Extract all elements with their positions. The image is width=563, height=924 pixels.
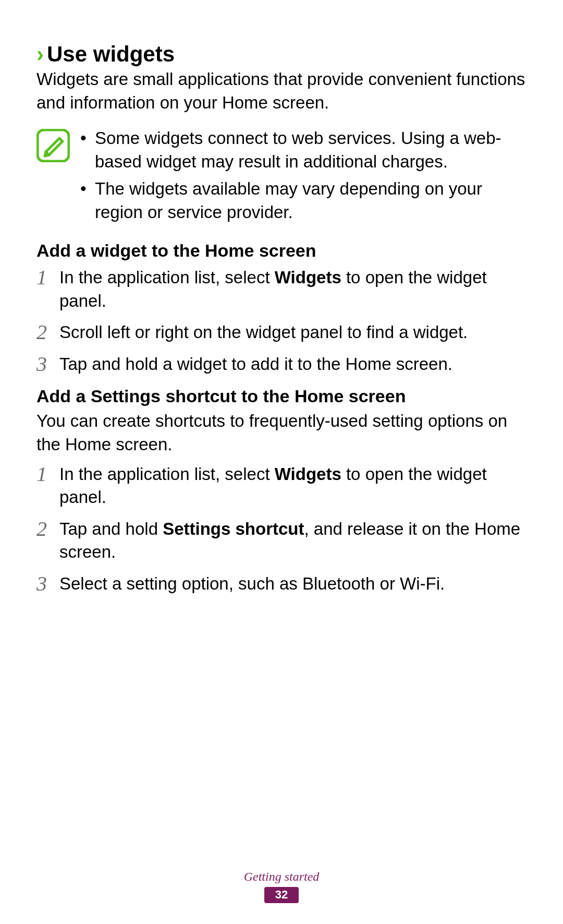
step-text: Tap and hold Settings shortcut, and rele… <box>59 518 527 564</box>
step-row: 2 Scroll left or right on the widget pan… <box>36 321 527 344</box>
step-pre: Tap and hold a widget to add it to the H… <box>59 354 452 374</box>
manual-page: ›Use widgets Widgets are small applicati… <box>0 0 563 924</box>
step-pre: Scroll left or right on the widget panel… <box>59 322 468 342</box>
step-bold: Settings shortcut <box>163 519 304 538</box>
step-pre: Select a setting option, such as Bluetoo… <box>59 574 445 593</box>
step-row: 1 In the application list, select Widget… <box>36 463 527 509</box>
step-pre: In the application list, select <box>59 268 275 287</box>
subheading-add-widget: Add a widget to the Home screen <box>36 241 527 261</box>
chevron-right-icon: › <box>36 42 44 66</box>
step-row: 3 Tap and hold a widget to add it to the… <box>36 353 527 376</box>
step-bold: Widgets <box>275 464 341 484</box>
subsection-intro: You can create shortcuts to frequently-u… <box>36 410 527 456</box>
footer-section-label: Getting started <box>0 870 563 884</box>
page-number-badge: 32 <box>264 887 299 903</box>
step-text: Select a setting option, such as Bluetoo… <box>59 572 527 596</box>
step-row: 2 Tap and hold Settings shortcut, and re… <box>36 518 527 564</box>
subheading-add-settings-shortcut: Add a Settings shortcut to the Home scre… <box>36 386 527 406</box>
step-text: In the application list, select Widgets … <box>59 463 527 509</box>
step-number: 2 <box>36 518 59 541</box>
note-item: The widgets available may vary depending… <box>80 177 527 224</box>
step-row: 1 In the application list, select Widget… <box>36 266 527 313</box>
step-pre: Tap and hold <box>59 519 163 538</box>
step-pre: In the application list, select <box>59 464 275 484</box>
step-number: 1 <box>36 463 59 486</box>
step-bold: Widgets <box>275 268 341 287</box>
step-text: Tap and hold a widget to add it to the H… <box>59 353 527 376</box>
step-row: 3 Select a setting option, such as Bluet… <box>36 572 527 596</box>
step-text: In the application list, select Widgets … <box>59 266 527 313</box>
section-intro: Widgets are small applications that prov… <box>36 68 527 114</box>
step-number: 3 <box>36 572 59 595</box>
note-block: Some widgets connect to web services. Us… <box>36 127 527 228</box>
note-item: Some widgets connect to web services. Us… <box>80 127 527 173</box>
page-footer: Getting started 32 <box>0 870 563 903</box>
note-icon <box>36 129 70 162</box>
section-heading: ›Use widgets <box>36 42 527 67</box>
step-number: 1 <box>36 266 59 289</box>
step-number: 3 <box>36 353 59 376</box>
note-list: Some widgets connect to web services. Us… <box>80 127 527 228</box>
section-heading-text: Use widgets <box>47 42 175 66</box>
step-number: 2 <box>36 321 59 344</box>
step-text: Scroll left or right on the widget panel… <box>59 321 527 344</box>
